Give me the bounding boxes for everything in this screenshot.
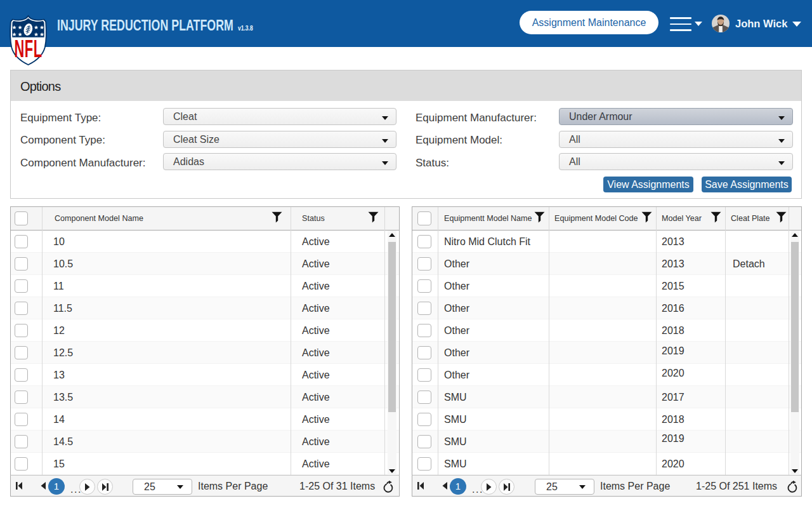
svg-text:NFL: NFL: [14, 34, 42, 62]
